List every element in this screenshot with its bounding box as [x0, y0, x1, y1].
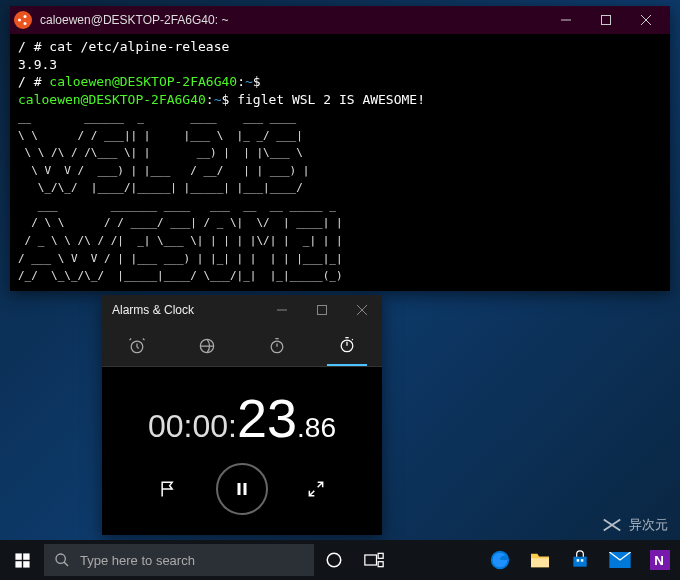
maximize-button[interactable]: [586, 6, 626, 34]
taskbar: Type here to search N: [0, 540, 680, 580]
svg-rect-24: [365, 555, 377, 565]
time-fraction: .86: [297, 412, 336, 444]
prompt-user: caloewen@DESKTOP-2FA6G40: [49, 74, 237, 89]
clock-tabs: [102, 325, 382, 367]
clock-title: Alarms & Clock: [112, 303, 262, 317]
start-button[interactable]: [0, 540, 44, 580]
svg-point-2: [24, 22, 27, 25]
search-icon: [54, 552, 70, 568]
store-icon[interactable]: [560, 540, 600, 580]
svg-rect-20: [23, 561, 29, 567]
svg-rect-28: [531, 558, 549, 567]
svg-rect-17: [15, 553, 21, 559]
figlet-output: __ ______ _ ____ ___ ____ \ \ / / ___|| …: [18, 111, 343, 282]
window-controls: [546, 6, 666, 34]
svg-rect-19: [15, 561, 21, 567]
svg-rect-16: [244, 483, 247, 495]
svg-text:N: N: [654, 553, 664, 568]
search-placeholder: Type here to search: [80, 553, 195, 568]
svg-rect-15: [238, 483, 241, 495]
tab-stopwatch[interactable]: [327, 326, 367, 366]
time-hours-minutes: 00:00:: [148, 408, 237, 445]
prompt-path: ~: [245, 74, 253, 89]
watermark: 异次元: [601, 514, 668, 536]
mail-icon[interactable]: [600, 540, 640, 580]
prompt-user-2: caloewen@DESKTOP-2FA6G40: [18, 92, 206, 107]
tab-timer[interactable]: [257, 326, 297, 366]
time-seconds: 23: [237, 387, 297, 449]
task-view-icon[interactable]: [354, 540, 394, 580]
svg-line-22: [64, 562, 68, 566]
terminal-titlebar[interactable]: caloewen@DESKTOP-2FA6G40: ~: [10, 6, 670, 34]
terminal-title: caloewen@DESKTOP-2FA6G40: ~: [40, 13, 546, 27]
svg-rect-29: [577, 559, 580, 562]
clock-titlebar[interactable]: Alarms & Clock: [102, 295, 382, 325]
svg-rect-30: [581, 559, 584, 562]
time-readout: 00:00:23.86: [148, 387, 336, 449]
edge-icon[interactable]: [480, 540, 520, 580]
stopwatch-display: 00:00:23.86: [102, 367, 382, 535]
svg-rect-4: [602, 16, 611, 25]
svg-point-23: [327, 553, 341, 567]
expand-button[interactable]: [298, 471, 334, 507]
term-line-1: / # cat /etc/alpine-release: [18, 39, 229, 54]
svg-rect-26: [378, 562, 383, 567]
watermark-text: 异次元: [629, 516, 668, 534]
search-box[interactable]: Type here to search: [44, 544, 314, 576]
minimize-button[interactable]: [546, 6, 586, 34]
alarms-clock-window: Alarms & Clock 00:00:23.86: [102, 295, 382, 535]
cortana-icon[interactable]: [314, 540, 354, 580]
minimize-button[interactable]: [262, 295, 302, 325]
term-line-2: 3.9.3: [18, 57, 57, 72]
tab-alarm[interactable]: [117, 326, 157, 366]
pause-button[interactable]: [216, 463, 268, 515]
close-button[interactable]: [626, 6, 666, 34]
svg-point-1: [24, 15, 27, 18]
watermark-logo-icon: [601, 514, 623, 536]
close-button[interactable]: [342, 295, 382, 325]
ubuntu-icon: [14, 11, 32, 29]
svg-rect-25: [378, 553, 383, 558]
svg-rect-18: [23, 553, 29, 559]
file-explorer-icon[interactable]: [520, 540, 560, 580]
svg-point-21: [56, 554, 65, 563]
terminal-window: caloewen@DESKTOP-2FA6G40: ~ / # cat /etc…: [10, 6, 670, 291]
figlet-command: figlet WSL 2 IS AWESOME!: [229, 92, 425, 107]
lap-button[interactable]: [150, 471, 186, 507]
term-line-3-prefix: / #: [18, 74, 49, 89]
svg-rect-8: [318, 306, 327, 315]
maximize-button[interactable]: [302, 295, 342, 325]
onenote-icon[interactable]: N: [640, 540, 680, 580]
terminal-body[interactable]: / # cat /etc/alpine-release 3.9.3 / # ca…: [10, 34, 670, 291]
tab-world-clock[interactable]: [187, 326, 227, 366]
svg-point-0: [18, 19, 21, 22]
stopwatch-controls: [150, 463, 334, 515]
